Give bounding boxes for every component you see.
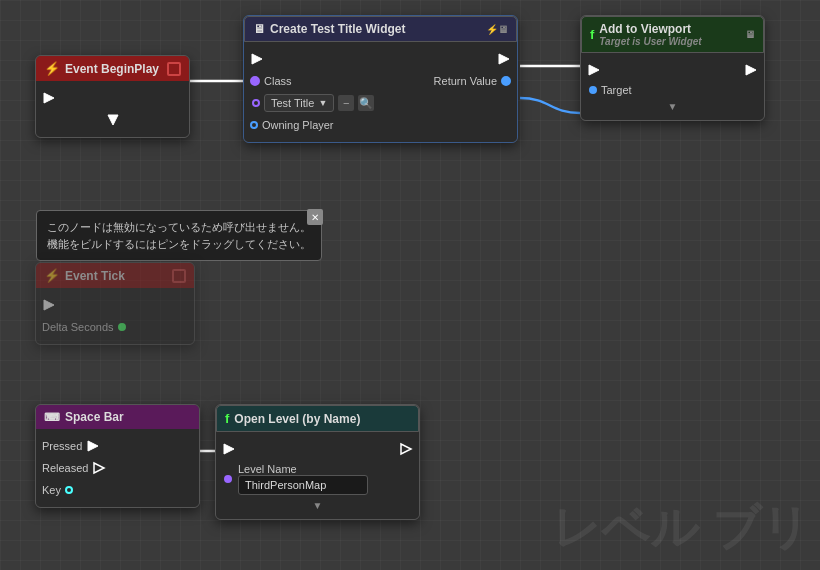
exec-out-row (36, 87, 189, 109)
target-pin (589, 86, 597, 94)
tick-exec-out (42, 298, 56, 312)
class-pin (250, 76, 260, 86)
warning-icon: ✕ (307, 209, 323, 225)
open-level-exec-in (222, 442, 236, 456)
class-selector-row: Test Title ▼ − 🔍 (244, 92, 517, 114)
class-label: Class (264, 75, 292, 87)
svg-marker-8 (94, 463, 104, 473)
space-bar-title: Space Bar (65, 410, 124, 424)
event-tick-title: Event Tick (65, 269, 125, 283)
delta-label: Delta Seconds (42, 321, 114, 333)
exec-in-pin (250, 52, 264, 66)
keyboard-icon: ⌨ (44, 411, 60, 424)
event-tick-node: ⚡ Event Tick Delta Seconds (35, 262, 195, 345)
owning-label: Owning Player (262, 119, 334, 131)
open-level-exec-out (399, 442, 413, 456)
monitor-small-icon: 🖥 (745, 29, 755, 40)
tick-stop-icon (172, 269, 186, 283)
level-name-group: Level Name (238, 463, 368, 495)
search-btn[interactable]: 🔍 (358, 95, 374, 111)
delta-pin (118, 323, 126, 331)
svg-marker-2 (252, 54, 262, 64)
owning-pin (250, 121, 258, 129)
expand-arrow[interactable]: ▼ (581, 99, 764, 114)
class-pin-small (252, 99, 260, 107)
add-viewport-node: f Add to Viewport Target is User Widget … (580, 15, 765, 121)
released-label: Released (42, 462, 88, 474)
svg-marker-1 (108, 115, 118, 125)
key-label: Key (42, 484, 61, 496)
tick-exec-row (36, 294, 194, 316)
add-viewport-header: f Add to Viewport Target is User Widget … (581, 16, 764, 53)
target-row: Target (581, 81, 764, 99)
exec-out-pin (497, 52, 511, 66)
key-pin (65, 486, 73, 494)
add-viewport-title: Add to Viewport (599, 22, 701, 36)
power-icon: ⚡🖥 (486, 24, 508, 35)
return-label: Return Value (434, 75, 497, 87)
open-level-exec-row (216, 438, 419, 460)
add-viewport-title-group: Add to Viewport Target is User Widget (599, 22, 701, 47)
pressed-row: Pressed (36, 435, 199, 457)
open-level-function-icon: f (225, 411, 229, 426)
open-level-body: Level Name ▼ (216, 432, 419, 519)
event-tick-header: ⚡ Event Tick (36, 263, 194, 288)
svg-marker-5 (746, 65, 756, 75)
viewport-exec-out (744, 63, 758, 77)
monitor-icon: 🖥 (253, 22, 265, 36)
watermark: レベル ブリ (552, 496, 810, 560)
event-beginplay-body (36, 81, 189, 137)
exec-down-pin (106, 113, 120, 127)
space-bar-node: ⌨ Space Bar Pressed Released Key (35, 404, 200, 508)
warning-text-line1: このノードは無効になっているため呼び出せません。 (47, 219, 311, 236)
exec-in-row (36, 109, 189, 131)
delta-row: Delta Seconds (36, 316, 194, 338)
released-row: Released (36, 457, 199, 479)
pressed-label: Pressed (42, 440, 82, 452)
space-bar-header: ⌨ Space Bar (36, 405, 199, 429)
pressed-exec-pin (86, 439, 100, 453)
event-beginplay-node: ⚡ Event BeginPlay (35, 55, 190, 138)
open-level-title: Open Level (by Name) (234, 412, 360, 426)
target-label: Target (601, 84, 632, 96)
svg-marker-4 (589, 65, 599, 75)
level-name-input[interactable] (238, 475, 368, 495)
svg-marker-0 (44, 93, 54, 103)
minus-btn[interactable]: − (338, 95, 354, 111)
class-value: Test Title (271, 97, 314, 109)
event-beginplay-title: Event BeginPlay (65, 62, 159, 76)
return-pin (501, 76, 511, 86)
stop-icon (167, 62, 181, 76)
lightning-icon: ⚡ (44, 61, 60, 76)
exec-out-pin (42, 91, 56, 105)
viewport-exec-row (581, 59, 764, 81)
create-widget-title: Create Test Title Widget (270, 22, 405, 36)
add-viewport-subtitle: Target is User Widget (599, 36, 701, 47)
event-beginplay-header: ⚡ Event BeginPlay (36, 56, 189, 81)
class-return-row: Class Return Value (244, 70, 517, 92)
open-level-expand[interactable]: ▼ (216, 498, 419, 513)
function-icon: f (590, 27, 594, 42)
tick-lightning-icon: ⚡ (44, 268, 60, 283)
svg-marker-6 (44, 300, 54, 310)
svg-marker-7 (88, 441, 98, 451)
key-row: Key (36, 479, 199, 501)
class-group: Class (250, 75, 292, 87)
owning-player-row: Owning Player (244, 114, 517, 136)
warning-text-line2: 機能をビルドするにはピンをドラッグしてください。 (47, 236, 311, 253)
level-name-label: Level Name (238, 463, 368, 475)
open-level-node: f Open Level (by Name) Level Name ▼ (215, 404, 420, 520)
viewport-exec-in (587, 63, 601, 77)
exec-pins-row (244, 48, 517, 70)
open-level-header: f Open Level (by Name) (216, 405, 419, 432)
svg-marker-3 (499, 54, 509, 64)
space-bar-body: Pressed Released Key (36, 429, 199, 507)
create-widget-body: Class Return Value Test Title ▼ − 🔍 Owni… (244, 42, 517, 142)
level-name-row: Level Name (216, 460, 419, 498)
add-viewport-body: Target ▼ (581, 53, 764, 120)
chevron-down-icon: ▼ (318, 98, 327, 108)
level-name-pin (224, 475, 232, 483)
svg-marker-10 (401, 444, 411, 454)
class-dropdown[interactable]: Test Title ▼ (264, 94, 334, 112)
released-exec-pin (92, 461, 106, 475)
